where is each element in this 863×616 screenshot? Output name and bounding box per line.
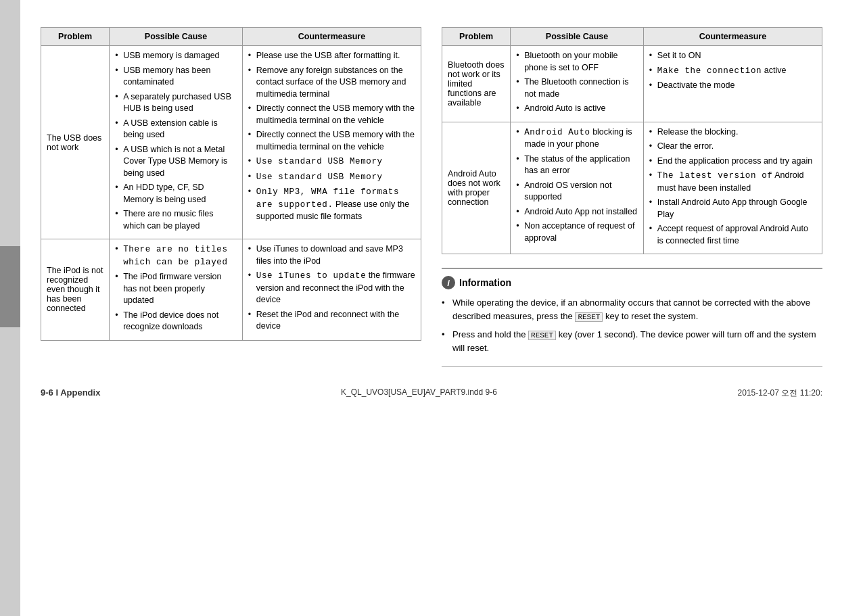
list-item: Android Auto is active [516,103,638,115]
list-item: Directly connect the USB memory with the… [248,103,415,126]
problem-usb: The USB does not work [41,46,110,239]
info-title-text: Information [459,277,511,288]
cause-usb: USB memory is damaged USB memory has bee… [110,46,243,239]
page-number: 9-6 I Appendix [41,387,100,399]
list-item: Reset the iPod and reconnect with the de… [248,309,415,333]
table-row: The USB does not work USB memory is dama… [41,46,421,239]
list-item: The iPod firmware version has not been p… [115,271,237,307]
right-header-problem: Problem [442,28,511,46]
list-item: USB memory has been contaminated [115,65,237,89]
left-header-cause: Possible Cause [110,28,243,46]
info-item-2: Press and hold the RESET key (over 1 sec… [442,328,822,354]
list-item: Non acceptance of request of approval [516,220,638,244]
list-item: A separately purchased USB HUB is being … [115,91,237,115]
list-item: The status of the application has an err… [516,153,638,177]
info-icon: i [442,276,455,289]
measure-bluetooth: Set it to ON Make the connection active … [643,46,822,122]
table-row: The iPod is not recognized even though i… [41,239,421,341]
table-row: Bluetooth does not work or its limited f… [442,46,822,122]
cause-android: Android Auto blocking is made in your ph… [511,122,644,254]
right-table: Problem Possible Cause Countermeasure Bl… [442,27,822,254]
list-item: A USB which is not a Metal Cover Type US… [115,144,237,180]
list-item: Android Auto App not installed [516,206,638,218]
list-item: Set it to ON [649,50,816,62]
sidebar-dark-bar [0,246,20,327]
left-table: Problem Possible Cause Countermeasure Th… [41,27,421,341]
list-item: Bluetooth on your mobile phone is set to… [516,50,638,74]
list-item: Make the connection active [649,65,816,78]
right-header-measure: Countermeasure [643,28,822,46]
list-item: There are no titles which can be played [115,243,237,268]
list-item: Clear the error. [649,141,816,153]
right-section: Problem Possible Cause Countermeasure Bl… [442,27,822,367]
list-item: Release the blocking. [649,126,816,139]
info-box: i Information While operating the device… [442,268,822,367]
list-item: Accept request of approval Android Auto … [649,223,816,247]
list-item: Deactivate the mode [649,80,816,92]
table-row: Android Auto does not work with proper c… [442,122,822,254]
list-item: Android Auto blocking is made in your ph… [516,126,638,151]
info-title: i Information [442,276,822,289]
list-item: End the application process and try agai… [649,156,816,168]
cause-bluetooth: Bluetooth on your mobile phone is set to… [511,46,644,122]
footer: 9-6 I Appendix K_QL_UVO3[USA_EU]AV_PART9… [41,387,822,399]
list-item: Use standard USB Memory [248,156,415,168]
list-item: USB memory is damaged [115,50,237,62]
list-item: Use standard USB Memory [248,171,415,184]
list-item: Directly connect the USB memory with the… [248,129,415,153]
info-list: While operating the device, if an abnorm… [442,296,822,354]
info-item-1: While operating the device, if an abnorm… [442,296,822,323]
problem-android: Android Auto does not work with proper c… [442,122,511,254]
problem-bluetooth: Bluetooth does not work or its limited f… [442,46,511,122]
reset-key-1: RESET [575,312,603,322]
date-info: 2015-12-07 오전 11:20: [738,387,822,399]
left-table-section: Problem Possible Cause Countermeasure Th… [41,27,421,367]
list-item: The iPod device does not recognize downl… [115,310,237,333]
right-header-cause: Possible Cause [511,28,644,46]
file-info: K_QL_UVO3[USA_EU]AV_PART9.indd 9-6 [341,387,497,399]
list-item: Use iTunes to update the firmware versio… [248,270,415,306]
list-item: Please use the USB after formatting it. [248,50,415,62]
list-item: Android OS version not supported [516,180,638,204]
left-header-measure: Countermeasure [242,28,421,46]
list-item: The Bluetooth connection is not made [516,76,638,100]
measure-usb: Please use the USB after formatting it. … [242,46,421,239]
reset-key-2: RESET [528,331,556,340]
left-header-problem: Problem [41,28,110,46]
measure-android: Release the blocking. Clear the error. E… [643,122,822,254]
list-item: Use iTunes to download and save MP3 file… [248,243,415,267]
list-item: An HDD type, CF, SD Memory is being used [115,182,237,206]
list-item: Install Android Auto App through Google … [649,197,816,220]
list-item: There are no music files which can be pl… [115,208,237,232]
list-item: Only MP3, WMA file formats are supported… [248,186,415,223]
problem-ipod: The iPod is not recognized even though i… [41,239,110,341]
list-item: The latest version of Android must have … [649,170,816,194]
list-item: Remove any foreign substances on the con… [248,65,415,101]
measure-ipod: Use iTunes to download and save MP3 file… [242,239,421,341]
cause-ipod: There are no titles which can be played … [110,239,243,341]
list-item: A USB extension cable is being used [115,118,237,141]
